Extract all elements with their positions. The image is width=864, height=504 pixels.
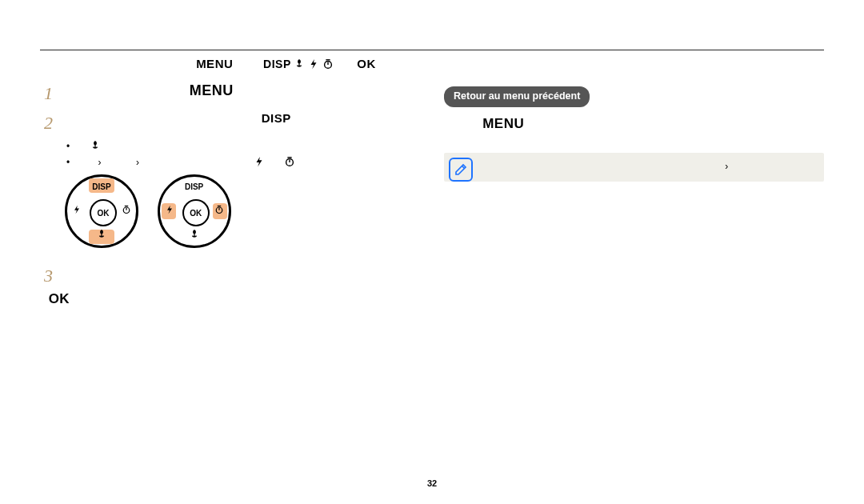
macro-icon xyxy=(90,140,101,151)
flash-left[interactable] xyxy=(70,205,84,218)
page-number: 32 xyxy=(0,478,864,488)
step-number-3: 3 xyxy=(44,262,66,289)
flash-icon xyxy=(308,58,319,70)
macro-icon xyxy=(96,229,107,240)
dial-row: OK DISP xyxy=(65,174,428,253)
timer-icon xyxy=(284,156,295,167)
timer-right[interactable] xyxy=(212,205,226,218)
bullet-vertical: • D fl xyxy=(66,139,428,154)
flash-left[interactable] xyxy=(162,205,177,218)
timer-right[interactable] xyxy=(119,205,134,218)
timer-icon xyxy=(322,58,334,70)
left-column: fl MENU fl DISP fl OK xyxy=(44,56,428,309)
menu-label: MENU xyxy=(196,57,233,70)
flash-icon xyxy=(165,205,174,214)
disp-up[interactable]: DISP xyxy=(90,181,114,193)
timer-icon xyxy=(214,205,224,214)
control-dial-leftright: OK DISP xyxy=(158,174,231,248)
ok-label: OK xyxy=(357,57,376,70)
back-pill: Retour au menu précédent xyxy=(444,86,590,107)
timer-icon xyxy=(122,205,131,214)
note-box: fl › xyxy=(444,153,824,182)
disp-label: DISP xyxy=(263,58,291,70)
right-column: Retour au menu précédent fl MENU fl › xyxy=(444,56,824,182)
header-fragment: fl MENU fl DISP fl OK xyxy=(44,55,428,74)
step-number-1: 1 xyxy=(44,80,66,106)
disp-up[interactable]: DISP xyxy=(182,181,206,193)
macro-down[interactable] xyxy=(182,229,206,243)
flash-icon xyxy=(254,156,265,167)
note-icon xyxy=(449,158,473,182)
ok-button[interactable]: OK xyxy=(182,199,210,226)
step-number-2: 2 xyxy=(44,110,66,136)
menu-label: MENU xyxy=(190,82,234,98)
bullet-horizontal: • D › › fl fl xyxy=(66,155,428,170)
control-dial-updown: OK DISP xyxy=(65,174,138,248)
menu-label: MENU xyxy=(482,116,524,131)
disp-label: DISP xyxy=(262,111,291,125)
ok-button[interactable]: OK xyxy=(90,199,117,226)
flash-icon xyxy=(72,205,82,214)
macro-icon xyxy=(294,58,305,70)
header-rule xyxy=(40,50,824,50)
ok-label: OK xyxy=(49,291,70,306)
macro-down[interactable] xyxy=(90,229,114,243)
macro-icon xyxy=(189,229,200,240)
